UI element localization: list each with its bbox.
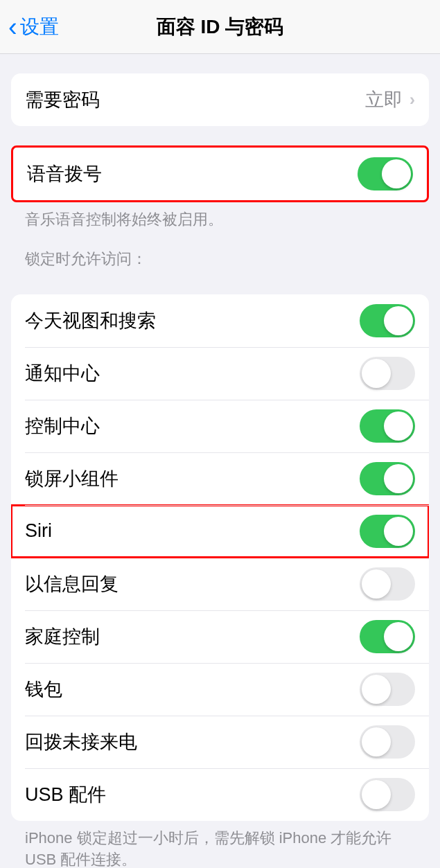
lock-access-row: 今天视图和搜索	[11, 294, 429, 347]
back-label: 设置	[20, 14, 59, 40]
toggle-knob	[362, 569, 391, 599]
toggle-knob	[384, 464, 413, 493]
lock-access-item-label: 回拨未接来电	[25, 729, 137, 754]
toggle-knob	[384, 517, 413, 546]
voice-dial-row: 语音拨号	[13, 148, 427, 200]
lock-access-footer: iPhone 锁定超过一小时后，需先解锁 iPhone 才能允许 USB 配件连…	[0, 821, 440, 868]
back-button[interactable]: ‹ 设置	[0, 14, 59, 40]
lock-access-toggle[interactable]	[360, 778, 415, 811]
voice-dial-group: 语音拨号	[11, 145, 429, 202]
toggle-knob	[362, 727, 391, 756]
lock-access-toggle[interactable]	[360, 673, 415, 706]
lock-access-item-label: 控制中心	[25, 414, 100, 439]
voice-dial-label: 语音拨号	[27, 161, 102, 186]
lock-access-item-label: 今天视图和搜索	[25, 308, 156, 333]
lock-access-toggle[interactable]	[360, 620, 415, 653]
toggle-knob	[384, 411, 413, 441]
content-area: 需要密码 立即 › 语音拨号 音乐语音控制将始终被启用。 锁定时允许访问： 今天…	[0, 73, 440, 868]
voice-dial-note: 音乐语音控制将始终被启用。	[0, 202, 440, 231]
chevron-left-icon: ‹	[8, 14, 17, 40]
lock-access-toggle[interactable]	[360, 567, 415, 601]
lock-access-row: 以信息回复	[11, 558, 429, 610]
toggle-knob	[362, 359, 391, 388]
toggle-knob	[382, 159, 411, 188]
lock-access-header: 锁定时允许访问：	[0, 231, 440, 275]
voice-dial-highlight: 语音拨号	[11, 145, 429, 202]
lock-access-row: 控制中心	[11, 400, 429, 452]
require-passcode-group: 需要密码 立即 ›	[11, 73, 429, 126]
voice-dial-toggle[interactable]	[358, 157, 413, 191]
page-title: 面容 ID 与密码	[157, 14, 284, 40]
lock-access-item-label: 家庭控制	[25, 624, 100, 649]
lock-access-toggle[interactable]	[360, 515, 415, 548]
navigation-bar: ‹ 设置 面容 ID 与密码	[0, 0, 440, 54]
lock-access-toggle[interactable]	[360, 409, 415, 443]
toggle-knob	[384, 306, 413, 335]
lock-access-item-label: USB 配件	[25, 782, 106, 807]
lock-access-item-label: Siri	[25, 520, 52, 542]
lock-access-toggle[interactable]	[360, 462, 415, 495]
row-right: 立即 ›	[365, 87, 415, 112]
require-passcode-row[interactable]: 需要密码 立即 ›	[11, 73, 429, 126]
lock-access-toggle[interactable]	[360, 304, 415, 337]
lock-access-row: 家庭控制	[11, 610, 429, 663]
lock-access-group: 今天视图和搜索通知中心控制中心锁屏小组件Siri以信息回复家庭控制钱包回拨未接来…	[11, 294, 429, 821]
chevron-right-icon: ›	[410, 90, 415, 109]
lock-access-item-label: 通知中心	[25, 361, 100, 386]
require-passcode-label: 需要密码	[25, 87, 100, 112]
lock-access-row: Siri	[11, 505, 429, 558]
lock-access-toggle[interactable]	[360, 725, 415, 759]
toggle-knob	[384, 622, 413, 651]
lock-access-item-label: 以信息回复	[25, 572, 118, 596]
lock-access-row: 钱包	[11, 663, 429, 716]
lock-access-row: 通知中心	[11, 347, 429, 400]
lock-access-item-label: 锁屏小组件	[25, 466, 118, 491]
lock-access-row: USB 配件	[11, 768, 429, 821]
toggle-knob	[362, 780, 391, 809]
toggle-knob	[362, 675, 391, 704]
lock-access-row: 回拨未接来电	[11, 716, 429, 768]
lock-access-item-label: 钱包	[25, 677, 62, 702]
lock-access-toggle[interactable]	[360, 357, 415, 390]
require-passcode-value: 立即	[365, 87, 403, 112]
lock-access-row: 锁屏小组件	[11, 452, 429, 505]
